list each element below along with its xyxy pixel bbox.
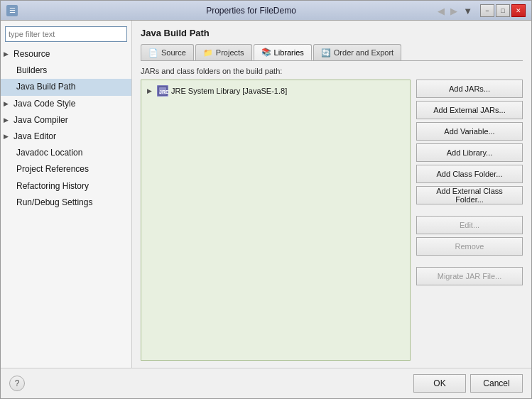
sidebar-item-run-debug[interactable]: Run/Debug Settings xyxy=(1,195,131,211)
main-panel: Java Build Path 📄 Source 📁 Projects 📚 Li… xyxy=(132,21,531,368)
sidebar-item-label: Run/Debug Settings xyxy=(16,196,92,209)
sidebar-item-project-references[interactable]: Project References xyxy=(1,161,131,177)
sidebar-item-java-code-style[interactable]: ▶ Java Code Style xyxy=(1,96,131,112)
ok-button[interactable]: OK xyxy=(413,374,466,393)
tab-label: Source xyxy=(161,48,186,57)
spacer2 xyxy=(416,258,523,264)
add-class-folder-button[interactable]: Add Class Folder... xyxy=(416,165,523,183)
sidebar: ▶ Resource Builders Java Build Path ▶ Ja… xyxy=(1,21,132,368)
projects-tab-icon: 📁 xyxy=(203,48,213,58)
tab-source[interactable]: 📄 Source xyxy=(141,44,194,60)
dialog-buttons: OK Cancel xyxy=(413,374,523,393)
remove-button[interactable]: Remove xyxy=(416,237,523,256)
sidebar-item-label: Java Code Style xyxy=(13,97,75,111)
sidebar-item-label: Refactoring History xyxy=(16,180,89,193)
close-button[interactable]: ✕ xyxy=(511,4,526,17)
sidebar-item-resource[interactable]: ▶ Resource xyxy=(1,46,131,62)
help-button[interactable]: ? xyxy=(9,376,25,391)
tab-bar: 📄 Source 📁 Projects 📚 Libraries 🔄 Order … xyxy=(141,44,523,61)
filter-input[interactable] xyxy=(5,26,127,42)
sidebar-item-builders[interactable]: Builders xyxy=(1,62,131,79)
sidebar-item-label: Project References xyxy=(16,163,89,176)
sidebar-item-label: Java Build Path xyxy=(16,80,75,94)
dropdown-button[interactable]: ▼ xyxy=(461,4,474,16)
nav-arrows: ◀ ▶ ▼ xyxy=(435,4,474,16)
libraries-tab-icon: 📚 xyxy=(261,48,271,57)
tab-libraries[interactable]: 📚 Libraries xyxy=(254,44,312,60)
sidebar-item-label: Resource xyxy=(13,48,50,61)
tab-order-export[interactable]: 🔄 Order and Export xyxy=(313,44,401,60)
tab-label: Libraries xyxy=(274,48,304,57)
minimize-button[interactable]: − xyxy=(480,4,494,17)
back-button[interactable]: ◀ xyxy=(435,4,447,16)
tab-projects[interactable]: 📁 Projects xyxy=(195,44,252,60)
sidebar-item-label: Javadoc Location xyxy=(16,146,82,160)
panel-title: Java Build Path xyxy=(141,28,523,38)
sidebar-item-java-compiler[interactable]: ▶ Java Compiler xyxy=(1,112,131,129)
add-jars-button[interactable]: Add JARs... xyxy=(416,80,523,98)
tree-item-label: JRE System Library [JavaSE-1.8] xyxy=(171,87,287,95)
sidebar-item-java-editor[interactable]: ▶ Java Editor xyxy=(1,129,131,145)
tree-item-jre[interactable]: ▶ JRE JRE System Library [JavaSE-1.8] xyxy=(144,83,407,99)
bottom-bar: ? OK Cancel xyxy=(1,368,531,398)
tab-label: Order and Export xyxy=(334,48,393,57)
tab-label: Projects xyxy=(216,48,244,57)
sidebar-item-label: Java Editor xyxy=(13,130,56,143)
window-icon: ☰ xyxy=(6,5,18,16)
window-controls: − □ ✕ xyxy=(480,4,526,17)
add-external-jars-button[interactable]: Add External JARs... xyxy=(416,101,523,119)
title-bar: ☰ Properties for FileDemo ◀ ▶ ▼ − □ ✕ xyxy=(1,1,531,21)
content-area: ▶ Resource Builders Java Build Path ▶ Ja… xyxy=(1,21,531,368)
expand-icon: ▶ xyxy=(4,131,13,141)
sidebar-item-label: Builders xyxy=(16,64,47,77)
main-content: ▶ JRE JRE System Library [JavaSE-1.8] xyxy=(141,80,523,361)
order-export-tab-icon: 🔄 xyxy=(321,48,331,58)
add-external-class-folder-button[interactable]: Add External Class Folder... xyxy=(416,186,523,204)
spacer xyxy=(416,207,523,213)
svg-text:JRE: JRE xyxy=(159,89,168,94)
expand-icon: ▶ xyxy=(4,115,13,125)
add-variable-button[interactable]: Add Variable... xyxy=(416,122,523,141)
cancel-button[interactable]: Cancel xyxy=(470,374,523,393)
tree-expand-icon: ▶ xyxy=(147,87,157,94)
source-tab-icon: 📄 xyxy=(148,48,158,58)
sidebar-item-javadoc[interactable]: Javadoc Location xyxy=(1,145,131,161)
window-title: Properties for FileDemo xyxy=(22,6,480,16)
expand-icon: ▶ xyxy=(4,99,13,109)
main-window: ☰ Properties for FileDemo ◀ ▶ ▼ − □ ✕ ▶ … xyxy=(0,0,532,399)
description-text: JARs and class folders on the build path… xyxy=(141,67,523,75)
sidebar-item-refactoring[interactable]: Refactoring History xyxy=(1,178,131,195)
libraries-tree[interactable]: ▶ JRE JRE System Library [JavaSE-1.8] xyxy=(141,80,411,361)
jre-icon: JRE xyxy=(157,85,168,97)
add-library-button[interactable]: Add Library... xyxy=(416,143,523,162)
migrate-jar-button[interactable]: Migrate JAR File... xyxy=(416,267,523,285)
edit-button[interactable]: Edit... xyxy=(416,216,523,234)
sidebar-item-label: Java Compiler xyxy=(13,114,68,127)
sidebar-item-java-build-path[interactable]: Java Build Path xyxy=(1,79,131,95)
expand-icon: ▶ xyxy=(4,49,13,59)
buttons-panel: Add JARs... Add External JARs... Add Var… xyxy=(416,80,523,361)
maximize-button[interactable]: □ xyxy=(496,4,510,17)
forward-button[interactable]: ▶ xyxy=(448,4,460,16)
